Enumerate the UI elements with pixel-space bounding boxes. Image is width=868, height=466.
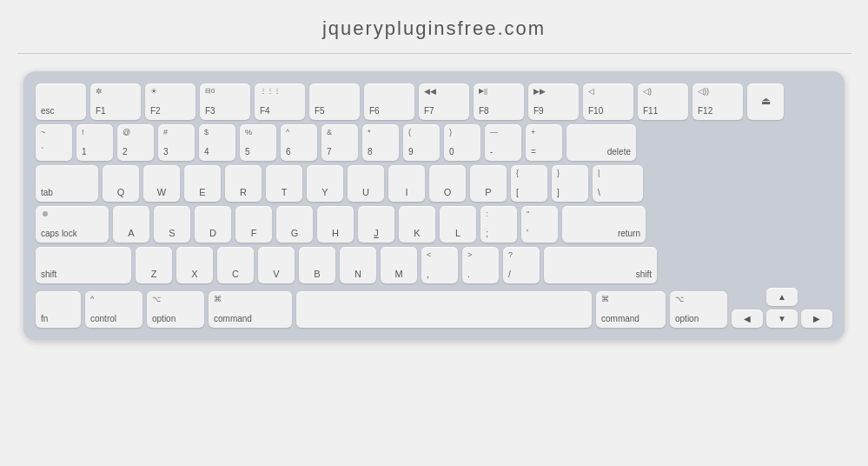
key-semicolon[interactable]: : ;: [480, 206, 517, 243]
key-quote[interactable]: " ': [521, 206, 558, 243]
key-f5[interactable]: F5: [309, 83, 360, 120]
zxcv-key-row: shift Z X C V B N M < , > .: [36, 247, 832, 283]
site-title: jquerypluginsfree.com: [322, 17, 546, 40]
key-comma[interactable]: < ,: [421, 247, 458, 283]
key-b[interactable]: B: [299, 247, 335, 283]
key-esc[interactable]: esc: [36, 83, 86, 120]
key-minus[interactable]: — -: [485, 124, 521, 161]
key-control[interactable]: ^ control: [85, 291, 142, 328]
key-f2[interactable]: ☀ F2: [145, 83, 195, 120]
key-q[interactable]: Q: [103, 165, 139, 202]
key-fn[interactable]: fn: [36, 291, 81, 328]
key-3[interactable]: # 3: [158, 124, 195, 161]
key-period[interactable]: > .: [462, 247, 499, 283]
key-f4[interactable]: ⋮⋮⋮ F4: [255, 83, 305, 120]
key-space[interactable]: [296, 291, 592, 328]
key-f8[interactable]: ▶|| F8: [474, 83, 524, 120]
key-delete[interactable]: delete: [567, 124, 636, 161]
arrow-bottom-row: ◀ ▼ ▶: [732, 310, 832, 328]
key-2[interactable]: @ 2: [117, 124, 154, 161]
bottom-key-row: fn ^ control ⌥ option ⌘ command ⌘ comman…: [36, 288, 832, 328]
key-tab[interactable]: tab: [36, 165, 98, 202]
key-caps-lock[interactable]: caps lock: [36, 206, 109, 243]
key-o[interactable]: O: [429, 165, 466, 202]
asdf-key-row: caps lock A S D F G H J K L : ;: [36, 206, 832, 243]
key-t[interactable]: T: [266, 165, 302, 202]
key-shift-right[interactable]: shift: [544, 247, 657, 283]
key-s[interactable]: S: [154, 206, 190, 243]
function-key-row: esc ✲ F1 ☀ F2 ⊟0 F3 ⋮⋮⋮ F4 F5 F6 ◀◀ F7 ▶…: [36, 83, 832, 120]
divider: [17, 53, 851, 54]
key-c[interactable]: C: [217, 247, 254, 283]
key-f7[interactable]: ◀◀ F7: [419, 83, 469, 120]
key-slash[interactable]: ? /: [503, 247, 540, 283]
key-x[interactable]: X: [176, 247, 213, 283]
key-7[interactable]: & 7: [321, 124, 358, 161]
key-j[interactable]: J: [358, 206, 394, 243]
key-option-left[interactable]: ⌥ option: [147, 291, 204, 328]
key-n[interactable]: N: [340, 247, 376, 283]
qwerty-key-row: tab Q W E R T Y U I O P: [36, 165, 832, 202]
key-p[interactable]: P: [470, 165, 507, 202]
key-4[interactable]: $ 4: [199, 124, 235, 161]
key-0[interactable]: ) 0: [444, 124, 480, 161]
key-e[interactable]: E: [184, 165, 221, 202]
key-backtick[interactable]: ~ `: [36, 124, 72, 161]
key-f11[interactable]: ◁) F11: [638, 83, 688, 120]
key-w[interactable]: W: [143, 165, 180, 202]
number-key-row: ~ ` ! 1 @ 2 # 3 $ 4 % 5 ^ 6 & 7: [36, 124, 832, 161]
key-eject[interactable]: ⏏: [747, 83, 784, 120]
key-arrow-right[interactable]: ▶: [801, 310, 832, 328]
key-f9[interactable]: ▶▶ F9: [528, 83, 579, 120]
arrow-keys-group: ▲ ◀ ▼ ▶: [732, 288, 832, 328]
key-f[interactable]: F: [235, 206, 272, 243]
key-arrow-up[interactable]: ▲: [766, 288, 798, 306]
key-i[interactable]: I: [388, 165, 425, 202]
key-close-bracket[interactable]: } ]: [552, 165, 588, 202]
key-d[interactable]: D: [195, 206, 231, 243]
key-r[interactable]: R: [225, 165, 262, 202]
key-z[interactable]: Z: [136, 247, 172, 283]
key-5[interactable]: % 5: [240, 124, 276, 161]
key-a[interactable]: A: [113, 206, 149, 243]
key-f10[interactable]: ◁ F10: [583, 83, 633, 120]
key-return[interactable]: return: [562, 206, 646, 243]
key-option-right[interactable]: ⌥ option: [670, 291, 727, 328]
key-arrow-down[interactable]: ▼: [766, 310, 798, 328]
key-shift-left[interactable]: shift: [36, 247, 131, 283]
key-k[interactable]: K: [399, 206, 435, 243]
key-h[interactable]: H: [317, 206, 354, 243]
key-f3[interactable]: ⊟0 F3: [200, 83, 250, 120]
keyboard: esc ✲ F1 ☀ F2 ⊟0 F3 ⋮⋮⋮ F4 F5 F6 ◀◀ F7 ▶…: [23, 71, 845, 340]
key-command-left[interactable]: ⌘ command: [209, 291, 292, 328]
key-f12[interactable]: ◁)) F12: [692, 83, 743, 120]
key-g[interactable]: G: [276, 206, 313, 243]
key-9[interactable]: ( 9: [403, 124, 440, 161]
key-y[interactable]: Y: [307, 165, 343, 202]
key-8[interactable]: * 8: [362, 124, 399, 161]
key-arrow-left[interactable]: ◀: [732, 310, 763, 328]
key-open-bracket[interactable]: { [: [511, 165, 547, 202]
key-backslash[interactable]: | \: [593, 165, 643, 202]
arrow-up-row: ▲: [732, 288, 832, 306]
key-m[interactable]: M: [381, 247, 417, 283]
key-1[interactable]: ! 1: [76, 124, 113, 161]
key-6[interactable]: ^ 6: [281, 124, 317, 161]
key-equals[interactable]: + =: [526, 124, 562, 161]
key-f1[interactable]: ✲ F1: [90, 83, 141, 120]
key-l[interactable]: L: [440, 206, 476, 243]
key-f6[interactable]: F6: [364, 83, 414, 120]
key-u[interactable]: U: [348, 165, 384, 202]
key-v[interactable]: V: [258, 247, 295, 283]
key-command-right[interactable]: ⌘ command: [596, 291, 666, 328]
